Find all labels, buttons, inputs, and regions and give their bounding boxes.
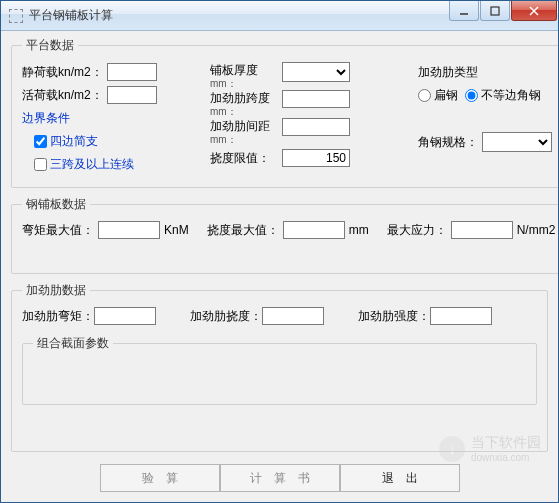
live-load-label: 活荷载kn/m2： [22,87,107,104]
maximize-button[interactable] [480,1,510,21]
platform-right-col: 加劲肋类型 扁钢 不等边角钢 角钢规格： [418,62,552,177]
report-button[interactable]: 计算书 [220,464,340,492]
rib-span-input[interactable] [282,90,350,108]
plate-stress-label: 最大应力： [387,222,447,239]
group-platform-legend: 平台数据 [22,37,78,54]
static-load-label: 静荷载kn/m2： [22,64,107,81]
plate-stress-input[interactable] [451,221,513,239]
angle-spec-combo[interactable] [482,132,552,152]
plate-thick-label: 铺板厚度 [210,62,258,79]
app-window: 平台钢铺板计算 平台数据 静荷载kn/m2： [0,0,559,503]
rib-moment-input[interactable] [94,307,156,325]
group-section-legend: 组合截面参数 [33,335,113,352]
svg-rect-1 [491,7,499,15]
group-rib: 加劲肋数据 加劲肋弯矩： 加劲肋挠度： 加劲肋强度： 组合截面参数 [11,282,548,452]
radio-flat[interactable] [418,89,431,102]
rib-deflect-input[interactable] [262,307,324,325]
close-button[interactable] [511,1,557,21]
radio-angle-wrap[interactable]: 不等边角钢 [465,87,541,104]
calc-button[interactable]: 验算 [100,464,220,492]
group-platform: 平台数据 静荷载kn/m2： 活荷载kn/m2： 边界条件 [11,37,558,188]
boundary-conditions-link[interactable]: 边界条件 [22,110,107,127]
radio-flat-wrap[interactable]: 扁钢 [418,87,458,104]
window-controls [449,1,558,30]
live-load-input[interactable] [107,86,157,104]
rib-deflect-label: 加劲肋挠度： [190,308,262,325]
platform-mid-col: 铺板厚度 mm： 加劲肋跨度 mm： 加劲肋 [210,62,410,177]
group-section-params: 组合截面参数 [22,335,537,405]
static-load-input[interactable] [107,63,157,81]
rib-strength-label: 加劲肋强度： [358,308,430,325]
plate-moment-unit: KnM [164,223,189,237]
rib-moment-label: 加劲肋弯矩： [22,308,94,325]
plate-deflect-unit: mm [349,223,369,237]
cb-simple-support[interactable] [34,135,47,148]
radio-angle[interactable] [465,89,478,102]
radio-angle-label: 不等边角钢 [481,88,541,102]
group-plate-legend: 钢铺板数据 [22,196,90,213]
deflect-limit-input[interactable] [282,149,350,167]
rib-spacing-input[interactable] [282,118,350,136]
rib-span-label: 加劲肋跨度 [210,90,270,107]
plate-deflect-input[interactable] [283,221,345,239]
minimize-button[interactable] [449,1,479,21]
group-plate: 钢铺板数据 弯矩最大值： KnM 挠度最大值： mm 最大应力： N/mm2 [11,196,558,274]
plate-moment-input[interactable] [98,221,160,239]
deflect-limit-label: 挠度限值： [210,150,282,167]
platform-left-col: 静荷载kn/m2： 活荷载kn/m2： 边界条件 四边简支 [22,62,202,177]
exit-button[interactable]: 退出 [340,464,460,492]
cb-simple-label[interactable]: 四边简支 [50,133,98,150]
rib-spacing-unit: mm： [210,135,237,145]
plate-thick-combo[interactable] [282,62,350,82]
cb-continuous-label[interactable]: 三跨及以上连续 [50,156,134,173]
plate-deflect-label: 挠度最大值： [207,222,279,239]
rib-span-unit: mm： [210,107,237,117]
client-area: 平台数据 静荷载kn/m2： 活荷载kn/m2： 边界条件 [1,31,558,502]
rib-spacing-label: 加劲肋间距 [210,118,270,135]
app-icon [9,9,23,23]
cb-continuous[interactable] [34,158,47,171]
group-rib-legend: 加劲肋数据 [22,282,90,299]
plate-moment-label: 弯矩最大值： [22,222,94,239]
window-title: 平台钢铺板计算 [29,7,449,24]
plate-thick-unit: mm： [210,79,237,89]
titlebar[interactable]: 平台钢铺板计算 [1,1,558,31]
rib-type-label: 加劲肋类型 [418,64,503,81]
rib-strength-input[interactable] [430,307,492,325]
angle-spec-label: 角钢规格： [418,134,482,151]
button-bar: 验算 计算书 退出 [11,460,548,496]
plate-stress-unit: N/mm2 [517,223,556,237]
radio-flat-label: 扁钢 [434,88,458,102]
